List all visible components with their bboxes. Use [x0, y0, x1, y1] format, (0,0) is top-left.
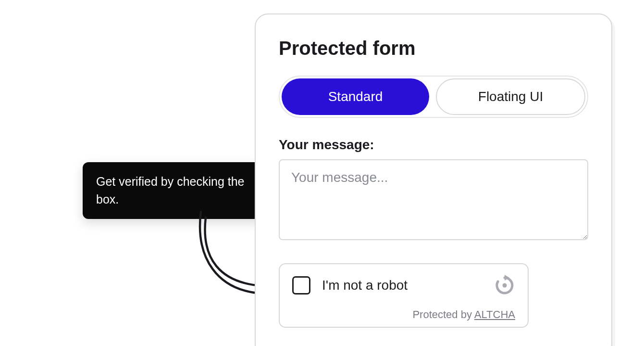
tab-standard[interactable]: Standard: [282, 78, 429, 115]
captcha-label: I'm not a robot: [322, 278, 483, 293]
refresh-icon: [494, 275, 515, 296]
captcha-footer: Protected by ALTCHA: [292, 308, 515, 321]
protected-by-text: Protected by: [412, 308, 474, 320]
captcha-brand-link[interactable]: ALTCHA: [474, 308, 515, 320]
mode-segmented-control: Standard Floating UI: [279, 76, 588, 118]
tab-floating-ui[interactable]: Floating UI: [436, 78, 585, 115]
captcha-widget: I'm not a robot Protected by ALTCHA: [279, 263, 529, 328]
message-input[interactable]: [279, 159, 588, 240]
message-label: Your message:: [279, 137, 588, 153]
svg-point-0: [503, 283, 507, 288]
protected-form-card: Protected form Standard Floating UI Your…: [255, 13, 612, 346]
form-title: Protected form: [279, 38, 588, 59]
verification-tooltip: Get verified by checking the box.: [83, 162, 265, 219]
tooltip-text: Get verified by checking the box.: [96, 175, 245, 206]
captcha-checkbox[interactable]: [292, 276, 310, 295]
